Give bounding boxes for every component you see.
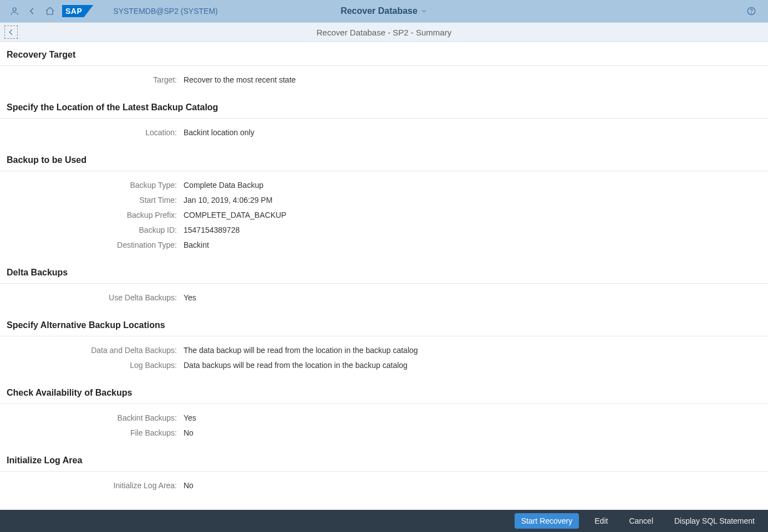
label-backup-type: Backup Type: bbox=[0, 180, 180, 191]
row-start-time: Start Time: Jan 10, 2019, 4:06:29 PM bbox=[0, 193, 768, 208]
row-use-delta: Use Delta Backups: Yes bbox=[0, 290, 768, 305]
value-file-backups: No bbox=[180, 427, 194, 439]
label-destination-type: Destination Type: bbox=[0, 239, 180, 251]
value-backup-prefix: COMPLETE_DATA_BACKUP bbox=[180, 209, 286, 221]
value-log-backups: Data backups will be read from the locat… bbox=[180, 360, 408, 371]
section-body-delta-backups: Use Delta Backups: Yes bbox=[0, 283, 768, 313]
section-body-backup-used: Backup Type: Complete Data Backup Start … bbox=[0, 171, 768, 260]
display-sql-button[interactable]: Display SQL Statement bbox=[669, 513, 760, 529]
section-heading-check-availability: Check Availability of Backups bbox=[0, 380, 768, 403]
back-nav-icon[interactable] bbox=[23, 2, 41, 20]
section-body-alt-locations: Data and Delta Backups: The data backup … bbox=[0, 336, 768, 380]
section-heading-recovery-target: Recovery Target bbox=[0, 42, 768, 65]
row-init-log: Initialize Log Area: No bbox=[0, 478, 768, 493]
shellbar: SAP SYSTEMDB@SP2 (SYSTEM) Recover Databa… bbox=[0, 0, 768, 22]
app-title-text: Recover Database bbox=[340, 6, 418, 16]
section-heading-alt-locations: Specify Alternative Backup Locations bbox=[0, 313, 768, 336]
section-heading-init-log: Initialize Log Area bbox=[0, 448, 768, 471]
row-backup-id: Backup ID: 1547154389728 bbox=[0, 223, 768, 238]
value-backup-type: Complete Data Backup bbox=[180, 180, 263, 191]
section-body-init-log: Initialize Log Area: No bbox=[0, 471, 768, 500]
section-body-backup-catalog: Location: Backint location only bbox=[0, 118, 768, 147]
label-log-backups: Log Backups: bbox=[0, 360, 180, 371]
start-recovery-button[interactable]: Start Recovery bbox=[515, 513, 579, 529]
app-title[interactable]: Recover Database bbox=[340, 6, 428, 16]
value-use-delta: Yes bbox=[180, 292, 196, 304]
label-use-delta: Use Delta Backups: bbox=[0, 292, 180, 304]
row-file-backups: File Backups: No bbox=[0, 426, 768, 441]
content-area: Recovery Target Target: Recover to the m… bbox=[0, 42, 768, 532]
chevron-down-icon bbox=[421, 8, 428, 14]
row-location: Location: Backint location only bbox=[0, 125, 768, 140]
row-target: Target: Recover to the most recent state bbox=[0, 73, 768, 88]
section-heading-backup-catalog: Specify the Location of the Latest Backu… bbox=[0, 95, 768, 118]
footer-bar: Start Recovery Edit Cancel Display SQL S… bbox=[0, 510, 768, 532]
value-backint-backups: Yes bbox=[180, 412, 196, 424]
row-destination-type: Destination Type: Backint bbox=[0, 238, 768, 253]
edit-button[interactable]: Edit bbox=[589, 513, 613, 529]
section-heading-backup-used: Backup to be Used bbox=[0, 147, 768, 171]
svg-point-0 bbox=[13, 8, 16, 11]
value-backup-id: 1547154389728 bbox=[180, 224, 240, 236]
home-icon[interactable] bbox=[41, 2, 59, 20]
section-body-check-availability: Backint Backups: Yes File Backups: No bbox=[0, 403, 768, 448]
label-file-backups: File Backups: bbox=[0, 427, 180, 439]
back-button[interactable] bbox=[4, 25, 18, 39]
system-label: SYSTEMDB@SP2 (SYSTEM) bbox=[113, 7, 217, 16]
sub-header: Recover Database - SP2 - Summary bbox=[0, 22, 768, 42]
value-location: Backint location only bbox=[180, 127, 255, 139]
label-backint-backups: Backint Backups: bbox=[0, 412, 180, 424]
help-icon[interactable] bbox=[742, 2, 760, 20]
label-backup-id: Backup ID: bbox=[0, 224, 180, 236]
value-start-time: Jan 10, 2019, 4:06:29 PM bbox=[180, 195, 272, 206]
row-backup-prefix: Backup Prefix: COMPLETE_DATA_BACKUP bbox=[0, 208, 768, 223]
row-backup-type: Backup Type: Complete Data Backup bbox=[0, 178, 768, 193]
sap-logo: SAP bbox=[62, 5, 93, 17]
row-data-delta-backups: Data and Delta Backups: The data backup … bbox=[0, 343, 768, 358]
section-body-recovery-target: Target: Recover to the most recent state bbox=[0, 65, 768, 95]
value-data-delta-backups: The data backup will be read from the lo… bbox=[180, 345, 418, 356]
sub-header-title: Recover Database - SP2 - Summary bbox=[317, 28, 451, 37]
user-icon[interactable] bbox=[6, 2, 23, 20]
label-start-time: Start Time: bbox=[0, 195, 180, 206]
value-init-log: No bbox=[180, 480, 194, 492]
label-target: Target: bbox=[0, 74, 180, 86]
row-backint-backups: Backint Backups: Yes bbox=[0, 411, 768, 426]
label-location: Location: bbox=[0, 127, 180, 139]
value-destination-type: Backint bbox=[180, 239, 209, 251]
value-target: Recover to the most recent state bbox=[180, 74, 296, 86]
svg-point-2 bbox=[751, 13, 752, 13]
label-backup-prefix: Backup Prefix: bbox=[0, 209, 180, 221]
cancel-button[interactable]: Cancel bbox=[623, 513, 659, 529]
row-log-backups: Log Backups: Data backups will be read f… bbox=[0, 358, 768, 373]
label-init-log: Initialize Log Area: bbox=[0, 480, 180, 492]
label-data-delta-backups: Data and Delta Backups: bbox=[0, 345, 180, 356]
section-heading-delta-backups: Delta Backups bbox=[0, 260, 768, 283]
